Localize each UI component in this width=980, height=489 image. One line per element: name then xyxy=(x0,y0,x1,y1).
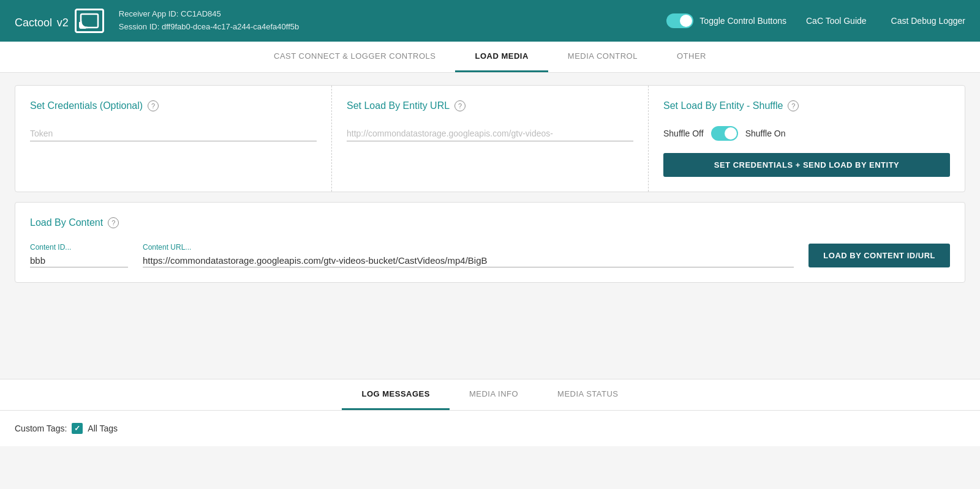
tab-media-status[interactable]: MEDIA STATUS xyxy=(538,379,638,410)
content-id-label: Content ID... xyxy=(30,243,128,252)
content-id-value[interactable]: bbb xyxy=(30,254,128,267)
load-by-content-title: Load By Content ? xyxy=(30,217,950,228)
tab-other[interactable]: OTHER xyxy=(657,42,726,72)
bottom-section: LOG MESSAGES MEDIA INFO MEDIA STATUS Cus… xyxy=(0,379,980,446)
header-nav-links: CaC Tool Guide Cast Debug Logger xyxy=(806,16,965,26)
credentials-card: Set Credentials (Optional) ? xyxy=(15,86,332,192)
entity-url-card: Set Load By Entity URL ? xyxy=(332,86,649,192)
app-logo: Cactool v2 xyxy=(15,9,104,33)
content-url-label: Content URL... xyxy=(143,243,794,252)
token-input[interactable] xyxy=(30,126,317,141)
receiver-app-id-label: Receiver App ID: xyxy=(119,9,179,18)
content-url-group: Content URL... https://commondatastorage… xyxy=(143,243,794,267)
tab-cast-connect[interactable]: CAST CONNECT & LOGGER CONTROLS xyxy=(254,42,455,72)
toggle-control-section: Toggle Control Buttons xyxy=(666,13,786,28)
content-url-value[interactable]: https://commondatastorage.googleapis.com… xyxy=(143,254,794,267)
toggle-control-label: Toggle Control Buttons xyxy=(699,16,786,26)
svg-point-1 xyxy=(80,26,82,29)
tab-log-messages[interactable]: LOG MESSAGES xyxy=(342,379,449,410)
tab-load-media[interactable]: LOAD MEDIA xyxy=(455,42,548,72)
entity-shuffle-help-icon[interactable]: ? xyxy=(788,100,799,111)
bottom-tabs: LOG MESSAGES MEDIA INFO MEDIA STATUS xyxy=(0,379,980,411)
load-by-content-button[interactable]: LOAD BY CONTENT ID/URL xyxy=(809,244,950,267)
tab-media-control[interactable]: MEDIA CONTROL xyxy=(548,42,657,72)
shuffle-toggle-switch[interactable] xyxy=(711,126,738,141)
entity-shuffle-card-title: Set Load By Entity - Shuffle ? xyxy=(663,100,950,111)
load-content-inputs-row: Content ID... bbb Content URL... https:/… xyxy=(30,243,950,267)
set-credentials-send-load-button[interactable]: SET CREDENTIALS + SEND LOAD BY ENTITY xyxy=(663,153,950,177)
app-header: Cactool v2 Receiver App ID: CC1AD845 Ses… xyxy=(0,0,980,42)
app-title: Cactool v2 xyxy=(15,11,69,31)
cast-icon xyxy=(75,9,104,33)
receiver-app-id-value: CC1AD845 xyxy=(181,9,221,18)
all-tags-label: All Tags xyxy=(88,424,118,433)
cards-row: Set Credentials (Optional) ? Set Load By… xyxy=(15,85,965,192)
custom-tags-label: Custom Tags: xyxy=(15,424,67,433)
load-by-content-card: Load By Content ? Content ID... bbb Cont… xyxy=(15,202,965,283)
cast-svg xyxy=(80,13,99,29)
custom-tags-row: Custom Tags: All Tags xyxy=(0,411,980,446)
main-content: Set Credentials (Optional) ? Set Load By… xyxy=(0,73,980,379)
svg-rect-0 xyxy=(81,14,98,28)
credentials-help-icon[interactable]: ? xyxy=(148,100,159,111)
all-tags-checkbox[interactable] xyxy=(72,423,83,434)
credentials-card-title: Set Credentials (Optional) ? xyxy=(30,100,317,111)
entity-shuffle-card: Set Load By Entity - Shuffle ? Shuffle O… xyxy=(649,86,965,192)
session-info: Receiver App ID: CC1AD845 Session ID: df… xyxy=(119,8,647,34)
cast-debug-logger-link[interactable]: Cast Debug Logger xyxy=(891,16,965,26)
load-by-content-help-icon[interactable]: ? xyxy=(108,217,119,228)
content-id-group: Content ID... bbb xyxy=(30,243,128,267)
entity-url-card-title: Set Load By Entity URL ? xyxy=(347,100,633,111)
shuffle-on-label: Shuffle On xyxy=(745,129,786,138)
shuffle-off-label: Shuffle Off xyxy=(663,129,704,138)
tab-media-info[interactable]: MEDIA INFO xyxy=(450,379,538,410)
shuffle-toggle-row: Shuffle Off Shuffle On xyxy=(663,126,950,141)
toggle-control-buttons-switch[interactable] xyxy=(666,13,693,28)
session-id-label: Session ID: xyxy=(119,22,159,31)
main-tabs: CAST CONNECT & LOGGER CONTROLS LOAD MEDI… xyxy=(0,42,980,73)
session-id-value: dff9fab0-dcea-4c17-a244-ca4efa40ff5b xyxy=(162,22,299,31)
entity-url-input[interactable] xyxy=(347,126,633,141)
entity-url-help-icon[interactable]: ? xyxy=(454,100,466,111)
cac-tool-guide-link[interactable]: CaC Tool Guide xyxy=(806,16,867,26)
